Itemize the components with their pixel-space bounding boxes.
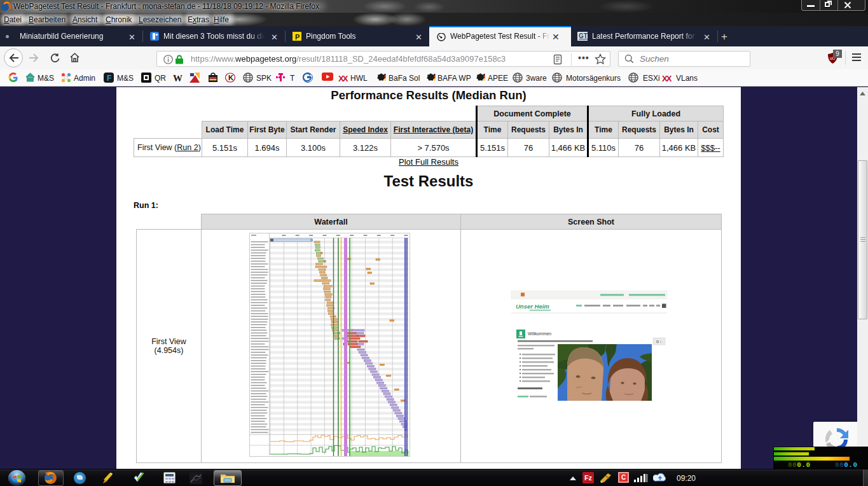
- svg-text:Unser Heim: Unser Heim: [516, 303, 549, 310]
- svg-text:F: F: [107, 74, 111, 83]
- svg-text:Willkommen: Willkommen: [528, 331, 551, 336]
- svg-text:o -: o -: [656, 339, 662, 344]
- svg-text:K: K: [228, 74, 233, 81]
